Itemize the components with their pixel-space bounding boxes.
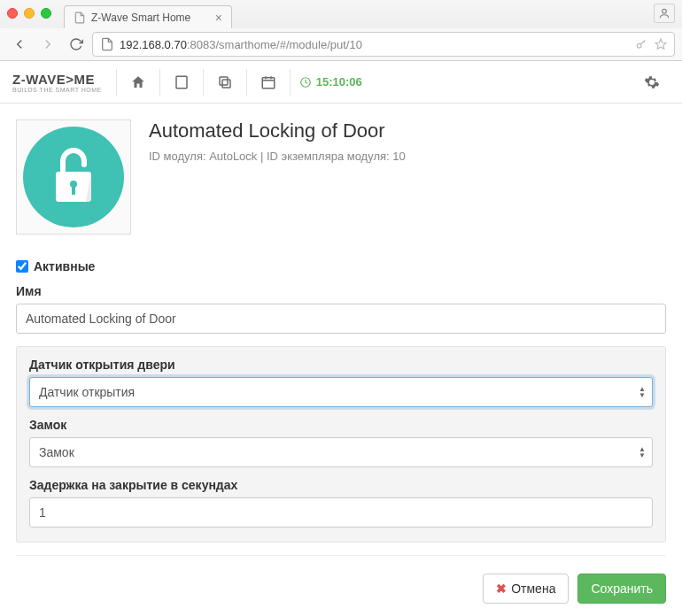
url-host: 192.168.0.70 xyxy=(120,38,187,51)
name-input[interactable] xyxy=(16,304,666,334)
devices-button[interactable] xyxy=(164,65,199,99)
copy-icon xyxy=(217,74,233,90)
rooms-button[interactable] xyxy=(207,65,243,99)
svg-rect-3 xyxy=(176,76,187,89)
name-label: Имя xyxy=(16,284,666,298)
unlock-icon xyxy=(46,145,101,209)
grid-icon xyxy=(174,74,190,90)
browser-back-button[interactable] xyxy=(7,32,32,57)
svg-rect-22 xyxy=(72,186,75,195)
close-window-button[interactable] xyxy=(7,8,18,19)
clock-time: 15:10:06 xyxy=(316,75,362,89)
calendar-icon xyxy=(260,74,276,90)
cancel-label: Отмена xyxy=(511,581,555,596)
svg-point-1 xyxy=(637,43,641,48)
active-label: Активные xyxy=(34,259,95,273)
svg-rect-15 xyxy=(262,77,275,88)
logo[interactable]: Z-WAVE>ME BUILDS THE SMART HOME xyxy=(12,72,102,93)
minimize-window-button[interactable] xyxy=(24,8,35,19)
url-bar[interactable]: 192.168.0.70:8083/smarthome/#/module/put… xyxy=(92,32,675,57)
bookmark-star-icon[interactable] xyxy=(655,38,667,50)
save-button[interactable]: Сохранить xyxy=(577,574,666,604)
logo-text: Z-WAVE>ME xyxy=(12,72,102,87)
main-content: Automated Locking of Door ID модуля: Aut… xyxy=(0,104,682,616)
clock-display: 15:10:06 xyxy=(299,75,362,89)
url-path: :8083/smarthome/#/module/put/10 xyxy=(187,38,362,51)
module-title: Automated Locking of Door xyxy=(149,119,406,142)
key-icon xyxy=(635,38,647,50)
maximize-window-button[interactable] xyxy=(41,8,51,19)
svg-point-0 xyxy=(663,9,667,13)
save-label: Сохранить xyxy=(591,581,653,596)
module-meta: ID модуля: AutoLock | ID экземпляра моду… xyxy=(149,150,406,163)
active-checkbox[interactable] xyxy=(16,260,28,273)
module-header: Automated Locking of Door ID модуля: Aut… xyxy=(16,119,666,235)
config-panel: Датчик открытия двери Датчик открытия ▲▼… xyxy=(16,346,666,543)
settings-button[interactable] xyxy=(634,65,670,99)
home-button[interactable] xyxy=(120,65,156,99)
module-icon xyxy=(16,119,131,235)
browser-chrome: Z-Wave Smart Home × 192.168.0.70:8083/sm… xyxy=(0,0,682,61)
logo-subtext: BUILDS THE SMART HOME xyxy=(12,87,102,93)
delay-input[interactable] xyxy=(29,497,653,527)
browser-reload-button[interactable] xyxy=(64,32,89,57)
lock-label: Замок xyxy=(29,418,653,432)
globe-icon xyxy=(100,37,114,51)
events-button[interactable] xyxy=(251,65,286,99)
svg-rect-14 xyxy=(220,77,228,85)
delay-label: Задержка на закрытие в секундах xyxy=(29,478,653,492)
svg-marker-2 xyxy=(655,39,666,49)
sensor-select[interactable]: Датчик открытия xyxy=(29,377,653,407)
browser-profile-button[interactable] xyxy=(654,4,675,23)
form-footer: ✖ Отмена Сохранить xyxy=(16,555,666,604)
clock-icon xyxy=(299,76,312,89)
gear-icon xyxy=(644,74,660,90)
cancel-button[interactable]: ✖ Отмена xyxy=(483,574,569,604)
sensor-label: Датчик открытия двери xyxy=(29,358,653,372)
browser-forward-button[interactable] xyxy=(35,32,60,57)
window-controls xyxy=(7,8,51,19)
svg-rect-13 xyxy=(222,80,230,88)
app-toolbar: Z-WAVE>ME BUILDS THE SMART HOME 15:10:06 xyxy=(0,61,682,104)
lock-select[interactable]: Замок xyxy=(29,437,653,467)
close-icon: ✖ xyxy=(496,581,507,596)
home-icon xyxy=(130,74,146,90)
